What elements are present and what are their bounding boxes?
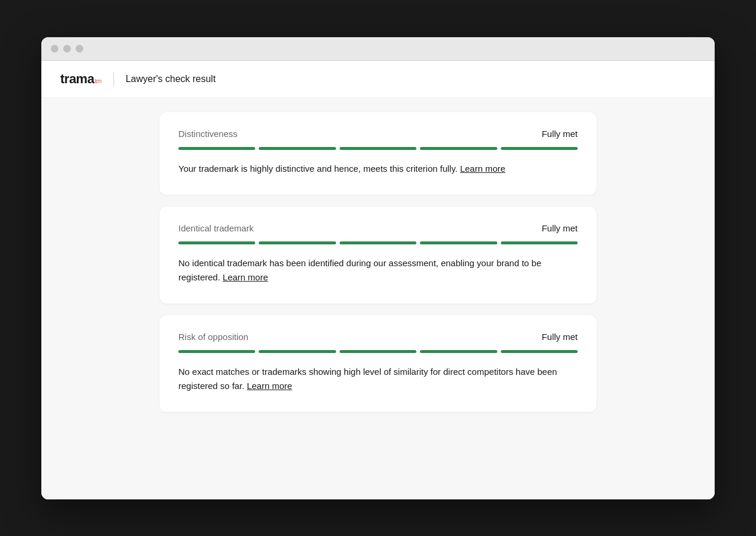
- identical-trademark-description: No identical trademark has been identifi…: [178, 256, 578, 285]
- progress-segment-2: [259, 147, 335, 150]
- distinctiveness-card-header: Distinctiveness Fully met: [178, 129, 578, 139]
- distinctiveness-status: Fully met: [542, 129, 578, 139]
- browser-content: tramatm Lawyer's check result Distinctiv…: [41, 61, 715, 499]
- risk-of-opposition-progress: [178, 350, 578, 353]
- main-content: Distinctiveness Fully met Your trademark…: [41, 98, 715, 499]
- progress-segment-2: [259, 241, 335, 244]
- browser-titlebar: [41, 37, 715, 61]
- risk-of-opposition-card: Risk of opposition Fully met No exact ma…: [159, 315, 597, 412]
- progress-segment-3: [340, 147, 416, 150]
- logo-tm: tm: [94, 77, 101, 84]
- browser-window: tramatm Lawyer's check result Distinctiv…: [41, 37, 715, 499]
- progress-segment-3: [340, 241, 416, 244]
- traffic-light-maximize[interactable]: [76, 45, 83, 53]
- progress-segment-4: [420, 241, 497, 244]
- risk-of-opposition-status: Fully met: [542, 332, 578, 342]
- progress-segment-5: [501, 147, 578, 150]
- header-divider: [113, 72, 114, 86]
- identical-trademark-learn-more[interactable]: Learn more: [223, 272, 268, 282]
- identical-trademark-card: Identical trademark Fully met No identic…: [159, 207, 597, 303]
- risk-of-opposition-card-header: Risk of opposition Fully met: [178, 332, 578, 342]
- risk-of-opposition-description: No exact matches or trademarks showing h…: [178, 365, 578, 393]
- risk-of-opposition-title: Risk of opposition: [178, 332, 248, 342]
- traffic-light-close[interactable]: [51, 45, 58, 53]
- distinctiveness-progress: [178, 147, 578, 150]
- progress-segment-2: [259, 350, 335, 353]
- progress-segment-4: [420, 350, 497, 353]
- distinctiveness-learn-more[interactable]: Learn more: [460, 164, 506, 174]
- progress-segment-1: [178, 147, 255, 150]
- distinctiveness-card: Distinctiveness Fully met Your trademark…: [159, 112, 597, 195]
- app-header: tramatm Lawyer's check result: [41, 61, 715, 98]
- identical-trademark-card-header: Identical trademark Fully met: [178, 223, 578, 233]
- distinctiveness-title: Distinctiveness: [178, 129, 237, 139]
- risk-of-opposition-learn-more[interactable]: Learn more: [247, 381, 292, 391]
- logo: tramatm: [60, 71, 102, 87]
- progress-segment-1: [178, 350, 255, 353]
- progress-segment-4: [420, 147, 497, 150]
- traffic-light-minimize[interactable]: [63, 45, 71, 53]
- distinctiveness-description: Your trademark is highly distinctive and…: [178, 162, 578, 176]
- progress-segment-5: [501, 350, 578, 353]
- logo-text: trama: [60, 71, 94, 87]
- progress-segment-3: [340, 350, 416, 353]
- page-title: Lawyer's check result: [126, 74, 216, 84]
- identical-trademark-status: Fully met: [542, 223, 578, 233]
- identical-trademark-progress: [178, 241, 578, 244]
- identical-trademark-title: Identical trademark: [178, 223, 254, 233]
- progress-segment-5: [501, 241, 578, 244]
- progress-segment-1: [178, 241, 255, 244]
